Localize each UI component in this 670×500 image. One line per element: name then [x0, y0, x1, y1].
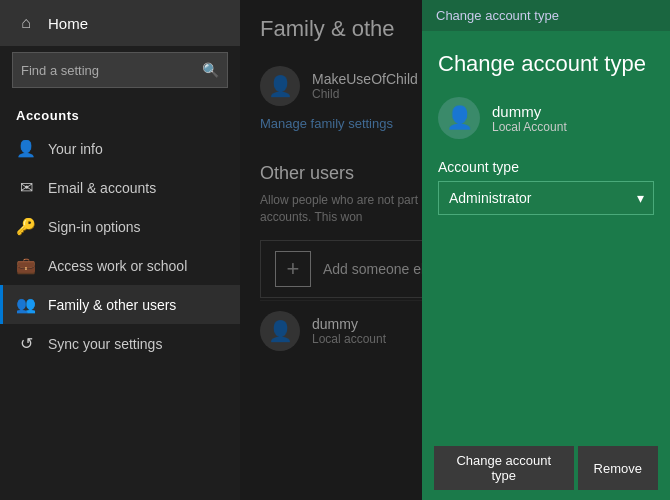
sidebar-item-work-school[interactable]: 💼 Access work or school — [0, 246, 240, 285]
person-icon: 👤 — [16, 139, 36, 158]
modal-body: Change account type 👤 dummy Local Accoun… — [422, 31, 670, 436]
home-icon: ⌂ — [16, 14, 36, 32]
change-account-type-button[interactable]: Change account type — [434, 446, 574, 490]
sidebar-item-sign-in[interactable]: 🔑 Sign-in options — [0, 207, 240, 246]
modal-title: Change account type — [438, 51, 654, 77]
sidebar: ⌂ Home 🔍 Accounts 👤 Your info ✉ Email & … — [0, 0, 240, 500]
modal-user-row: 👤 dummy Local Account — [438, 97, 654, 139]
search-icon: 🔍 — [202, 62, 219, 78]
nav-label-your-info: Your info — [48, 141, 103, 157]
sync-icon: ↺ — [16, 334, 36, 353]
nav-label-signin: Sign-in options — [48, 219, 141, 235]
account-type-select[interactable]: Standard User Administrator — [438, 181, 654, 215]
nav-label-work: Access work or school — [48, 258, 187, 274]
account-type-label: Account type — [438, 159, 654, 175]
nav-label-email: Email & accounts — [48, 180, 156, 196]
sidebar-item-sync[interactable]: ↺ Sync your settings — [0, 324, 240, 363]
sidebar-item-your-info[interactable]: 👤 Your info — [0, 129, 240, 168]
sidebar-item-email-accounts[interactable]: ✉ Email & accounts — [0, 168, 240, 207]
key-icon: 🔑 — [16, 217, 36, 236]
family-icon: 👥 — [16, 295, 36, 314]
nav-label-family: Family & other users — [48, 297, 176, 313]
home-label: Home — [48, 15, 88, 32]
modal-panel: Change account type Change account type … — [422, 0, 670, 500]
briefcase-icon: 💼 — [16, 256, 36, 275]
home-nav-item[interactable]: ⌂ Home — [0, 0, 240, 46]
account-type-select-wrapper: Standard User Administrator — [438, 181, 654, 215]
remove-button[interactable]: Remove — [578, 446, 658, 490]
email-icon: ✉ — [16, 178, 36, 197]
modal-header-bar: Change account type — [422, 0, 670, 31]
search-box[interactable]: 🔍 — [12, 52, 228, 88]
modal-user-name: dummy — [492, 103, 567, 120]
sidebar-item-family-users[interactable]: 👥 Family & other users — [0, 285, 240, 324]
nav-label-sync: Sync your settings — [48, 336, 162, 352]
modal-user-avatar: 👤 — [438, 97, 480, 139]
modal-user-subtitle: Local Account — [492, 120, 567, 134]
modal-user-info: dummy Local Account — [492, 103, 567, 134]
modal-footer: Change account type Remove — [422, 436, 670, 500]
search-input[interactable] — [21, 63, 202, 78]
accounts-section-title: Accounts — [0, 98, 240, 129]
main-content: Family & othe 👤 MakeUseOfChild Child Man… — [240, 0, 670, 500]
modal-header-label: Change account type — [436, 8, 559, 23]
